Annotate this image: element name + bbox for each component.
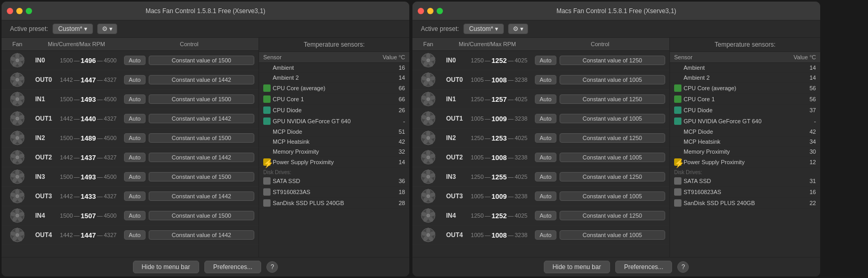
fan-current: 1008 bbox=[492, 231, 507, 239]
control-value[interactable]: Constant value of 1500 bbox=[149, 172, 254, 181]
fan-max: 4327 bbox=[104, 154, 116, 161]
control-value[interactable]: Constant value of 1005 bbox=[560, 230, 665, 240]
auto-button[interactable]: Auto bbox=[124, 94, 146, 104]
auto-button[interactable]: Auto bbox=[535, 114, 556, 123]
auto-button[interactable]: Auto bbox=[535, 94, 556, 104]
sensor-row: SanDisk SSD PLUS 240GB 28 bbox=[259, 198, 409, 209]
sensor-name: Ambient bbox=[273, 65, 376, 71]
auto-button[interactable]: Auto bbox=[535, 230, 556, 240]
control-value[interactable]: Constant value of 1005 bbox=[560, 153, 665, 162]
control-value[interactable]: Constant value of 1250 bbox=[560, 94, 665, 104]
control-value[interactable]: Constant value of 1442 bbox=[149, 114, 254, 123]
fan-control: Auto Constant value of 1442 bbox=[120, 75, 259, 84]
fullscreen-button[interactable] bbox=[26, 8, 32, 14]
preferences-button[interactable]: Preferences... bbox=[615, 261, 673, 273]
fan-row: IN2 1500 — 1489 — 4500 Auto Constant val… bbox=[2, 129, 259, 148]
help-button[interactable]: ? bbox=[677, 261, 689, 273]
window-title: Macs Fan Control 1.5.8.1 Free (Xserve3,1… bbox=[556, 7, 676, 15]
preferences-button[interactable]: Preferences... bbox=[204, 261, 262, 273]
auto-button[interactable]: Auto bbox=[535, 211, 556, 220]
sensor-value: - bbox=[787, 118, 816, 124]
sensor-value: 14 bbox=[787, 74, 816, 81]
fan-current: 1507 bbox=[81, 212, 96, 220]
preset-dropdown[interactable]: Custom* ▾ bbox=[53, 24, 93, 34]
svg-point-79 bbox=[16, 233, 19, 237]
fan-icon bbox=[412, 227, 444, 243]
auto-button[interactable]: Auto bbox=[535, 191, 556, 201]
hide-to-menubar-button[interactable]: Hide to menu bar bbox=[544, 261, 610, 273]
auto-button[interactable]: Auto bbox=[124, 56, 146, 65]
fan-name: IN0 bbox=[446, 57, 456, 64]
fan-min: 1005 bbox=[471, 193, 483, 199]
auto-button[interactable]: Auto bbox=[124, 191, 146, 201]
control-value[interactable]: Constant value of 1442 bbox=[149, 230, 254, 240]
fan-icon bbox=[412, 208, 444, 223]
control-value[interactable]: Constant value of 1005 bbox=[560, 114, 665, 123]
control-value[interactable]: Constant value of 1250 bbox=[560, 56, 665, 65]
control-value[interactable]: Constant value of 1250 bbox=[560, 172, 665, 181]
titlebar: Macs Fan Control 1.5.8.1 Free (Xserve3,1… bbox=[2, 2, 409, 20]
auto-button[interactable]: Auto bbox=[535, 153, 556, 162]
fan-control: Auto Constant value of 1005 bbox=[531, 153, 669, 162]
auto-button[interactable]: Auto bbox=[124, 153, 146, 162]
auto-button[interactable]: Auto bbox=[124, 75, 146, 84]
fan-min: 1500 bbox=[60, 135, 73, 141]
sensor-value: 14 bbox=[787, 65, 816, 71]
fan-current: 1252 bbox=[492, 212, 507, 220]
control-value[interactable]: Constant value of 1250 bbox=[560, 133, 665, 143]
sensor-name: CPU Core 1 bbox=[684, 96, 787, 102]
close-button[interactable] bbox=[418, 8, 424, 14]
sensor-value: 42 bbox=[787, 129, 816, 135]
auto-button[interactable]: Auto bbox=[124, 133, 146, 143]
control-value[interactable]: Constant value of 1500 bbox=[149, 94, 254, 104]
control-value[interactable]: Constant value of 1500 bbox=[149, 56, 254, 65]
auto-button[interactable]: Auto bbox=[535, 56, 556, 65]
close-button[interactable] bbox=[7, 8, 13, 14]
fan-rpm: 1500 — 1507 — 4500 bbox=[57, 212, 120, 220]
fan-name: OUT0 bbox=[446, 76, 463, 83]
fullscreen-button[interactable] bbox=[437, 8, 443, 14]
sensor-name: MCP Diode bbox=[684, 129, 787, 135]
sensor-value: 32 bbox=[376, 148, 405, 155]
fan-current: 1009 bbox=[492, 115, 507, 123]
traffic-lights bbox=[7, 8, 32, 14]
sensor-name: CPU Core (average) bbox=[273, 85, 376, 91]
gear-button[interactable]: ⚙ ▾ bbox=[97, 24, 117, 34]
gear-button[interactable]: ⚙ ▾ bbox=[508, 24, 528, 34]
sensor-value: 56 bbox=[787, 85, 816, 91]
auto-button[interactable]: Auto bbox=[535, 172, 556, 181]
auto-button[interactable]: Auto bbox=[124, 172, 146, 181]
preset-bar: Active preset: Custom* ▾ ⚙ ▾ bbox=[412, 20, 820, 38]
sensors-title: Temperature sensors: bbox=[670, 38, 820, 52]
control-value[interactable]: Constant value of 1500 bbox=[149, 211, 254, 220]
fan-rpm: 1250 — 1252 — 4025 bbox=[468, 57, 531, 65]
control-value[interactable]: Constant value of 1005 bbox=[560, 191, 665, 201]
sensor-disk-indicator bbox=[263, 199, 271, 207]
preset-dropdown[interactable]: Custom* ▾ bbox=[463, 24, 504, 34]
fan-control: Auto Constant value of 1250 bbox=[531, 211, 669, 220]
fan-min: 1442 bbox=[60, 193, 73, 199]
auto-button[interactable]: Auto bbox=[124, 211, 146, 220]
sensor-value: 30 bbox=[787, 148, 816, 155]
hide-to-menubar-button[interactable]: Hide to menu bar bbox=[133, 261, 199, 273]
auto-button[interactable]: Auto bbox=[124, 230, 146, 240]
control-value[interactable]: Constant value of 1442 bbox=[149, 191, 254, 201]
control-value[interactable]: Constant value of 1250 bbox=[560, 211, 665, 220]
control-value[interactable]: Constant value of 1005 bbox=[560, 75, 665, 84]
minimize-button[interactable] bbox=[427, 8, 433, 14]
auto-button[interactable]: Auto bbox=[535, 133, 556, 143]
sensor-value: 66 bbox=[376, 85, 405, 91]
minimize-button[interactable] bbox=[16, 8, 23, 14]
sensor-name: GPU NVIDIA GeForce GT 640 bbox=[273, 118, 376, 124]
auto-button[interactable]: Auto bbox=[535, 75, 556, 84]
fan-max: 4327 bbox=[104, 115, 116, 122]
control-value[interactable]: Constant value of 1442 bbox=[149, 153, 254, 162]
sensor-row: ⚡ Power Supply Proximity 12 bbox=[670, 157, 820, 168]
control-value[interactable]: Constant value of 1442 bbox=[149, 75, 254, 84]
fan-rpm: 1250 — 1255 — 4025 bbox=[468, 173, 531, 181]
auto-button[interactable]: Auto bbox=[124, 114, 146, 123]
fan-min: 1500 bbox=[60, 174, 73, 180]
sensor-green-indicator bbox=[263, 95, 271, 103]
control-value[interactable]: Constant value of 1500 bbox=[149, 133, 254, 143]
help-button[interactable]: ? bbox=[266, 261, 278, 273]
